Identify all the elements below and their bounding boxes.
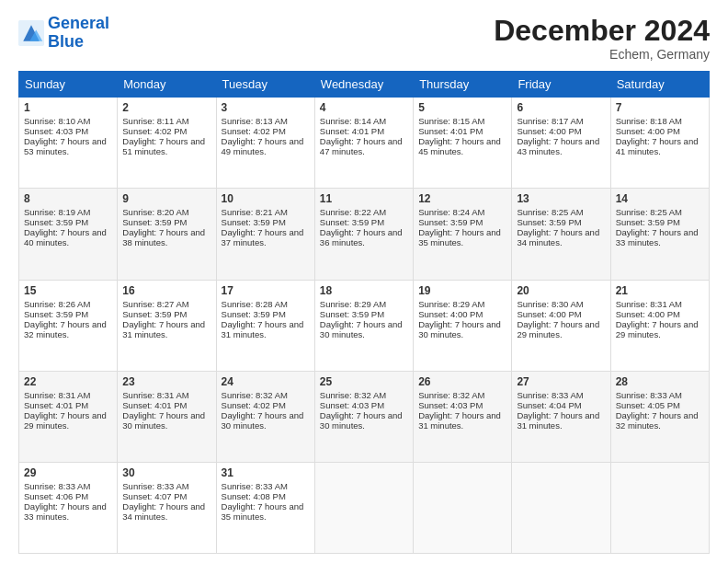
- col-tuesday: Tuesday: [216, 72, 314, 98]
- sunset-label: Sunset: 4:00 PM: [517, 126, 581, 136]
- col-sunday: Sunday: [19, 72, 118, 98]
- sunrise-label: Sunrise: 8:11 AM: [122, 116, 188, 126]
- calendar-cell: 16Sunrise: 8:27 AMSunset: 3:59 PMDayligh…: [118, 280, 216, 371]
- calendar-cell: 6Sunrise: 8:17 AMSunset: 4:00 PMDaylight…: [512, 98, 610, 189]
- sunset-label: Sunset: 4:01 PM: [122, 400, 187, 410]
- sunrise-label: Sunrise: 8:22 AM: [320, 207, 386, 217]
- daylight-label: Daylight: 7 hours and 51 minutes.: [122, 136, 205, 156]
- sunrise-label: Sunrise: 8:28 AM: [222, 299, 288, 309]
- sunrise-label: Sunrise: 8:31 AM: [24, 390, 90, 400]
- sunset-label: Sunset: 4:03 PM: [320, 400, 384, 410]
- sunrise-label: Sunrise: 8:21 AM: [222, 207, 288, 217]
- col-saturday: Saturday: [610, 72, 709, 98]
- sunrise-label: Sunrise: 8:29 AM: [418, 299, 484, 309]
- sunrise-label: Sunrise: 8:33 AM: [616, 390, 682, 400]
- day-number: 22: [24, 375, 112, 388]
- sunset-label: Sunset: 3:59 PM: [122, 217, 187, 227]
- day-number: 26: [418, 375, 506, 388]
- calendar-cell: 30Sunrise: 8:33 AMSunset: 4:07 PMDayligh…: [118, 462, 216, 553]
- sunrise-label: Sunrise: 8:25 AM: [616, 207, 682, 217]
- sunset-label: Sunset: 4:02 PM: [222, 126, 286, 136]
- title-block: December 2024 Echem, Germany: [494, 15, 710, 62]
- sunrise-label: Sunrise: 8:33 AM: [122, 481, 188, 491]
- day-number: 8: [24, 192, 112, 205]
- day-number: 7: [616, 101, 704, 114]
- sunset-label: Sunset: 4:03 PM: [418, 400, 483, 410]
- day-number: 2: [122, 101, 210, 114]
- logo-icon: [18, 20, 44, 46]
- sunset-label: Sunset: 4:00 PM: [616, 126, 680, 136]
- sunset-label: Sunset: 4:01 PM: [320, 126, 384, 136]
- daylight-label: Daylight: 7 hours and 40 minutes.: [24, 227, 107, 247]
- sunset-label: Sunset: 3:59 PM: [320, 217, 384, 227]
- calendar-cell: 5Sunrise: 8:15 AMSunset: 4:01 PMDaylight…: [414, 98, 512, 189]
- sunrise-label: Sunrise: 8:25 AM: [517, 207, 583, 217]
- day-number: 31: [222, 466, 310, 479]
- sunrise-label: Sunrise: 8:10 AM: [24, 116, 90, 126]
- calendar-cell: 26Sunrise: 8:32 AMSunset: 4:03 PMDayligh…: [414, 371, 512, 462]
- calendar-cell: 14Sunrise: 8:25 AMSunset: 3:59 PMDayligh…: [610, 189, 709, 280]
- sunset-label: Sunset: 3:59 PM: [24, 217, 88, 227]
- day-number: 14: [616, 192, 704, 205]
- calendar-cell: 8Sunrise: 8:19 AMSunset: 3:59 PMDaylight…: [19, 189, 118, 280]
- calendar-cell: 2Sunrise: 8:11 AMSunset: 4:02 PMDaylight…: [118, 98, 216, 189]
- daylight-label: Daylight: 7 hours and 49 minutes.: [222, 136, 304, 156]
- calendar-week-row: 8Sunrise: 8:19 AMSunset: 3:59 PMDaylight…: [19, 189, 710, 280]
- daylight-label: Daylight: 7 hours and 36 minutes.: [320, 227, 403, 247]
- sunrise-label: Sunrise: 8:33 AM: [517, 390, 583, 400]
- calendar-header-row: Sunday Monday Tuesday Wednesday Thursday…: [19, 72, 710, 98]
- calendar-cell: 28Sunrise: 8:33 AMSunset: 4:05 PMDayligh…: [610, 371, 709, 462]
- calendar-table: Sunday Monday Tuesday Wednesday Thursday…: [18, 71, 710, 554]
- sunrise-label: Sunrise: 8:20 AM: [122, 207, 188, 217]
- header: General Blue December 2024 Echem, German…: [18, 15, 710, 62]
- daylight-label: Daylight: 7 hours and 33 minutes.: [616, 227, 699, 247]
- page: General Blue December 2024 Echem, German…: [0, 0, 728, 563]
- sunset-label: Sunset: 4:05 PM: [616, 400, 680, 410]
- daylight-label: Daylight: 7 hours and 34 minutes.: [517, 227, 599, 247]
- sunset-label: Sunset: 4:01 PM: [24, 400, 88, 410]
- daylight-label: Daylight: 7 hours and 30 minutes.: [122, 410, 205, 431]
- calendar-cell: 23Sunrise: 8:31 AMSunset: 4:01 PMDayligh…: [118, 371, 216, 462]
- daylight-label: Daylight: 7 hours and 37 minutes.: [222, 227, 304, 247]
- day-number: 18: [320, 284, 408, 297]
- calendar-cell: 27Sunrise: 8:33 AMSunset: 4:04 PMDayligh…: [512, 371, 610, 462]
- day-number: 19: [418, 284, 506, 297]
- sunset-label: Sunset: 4:02 PM: [222, 400, 286, 410]
- col-monday: Monday: [118, 72, 216, 98]
- sunrise-label: Sunrise: 8:24 AM: [418, 207, 484, 217]
- sunset-label: Sunset: 4:00 PM: [517, 309, 581, 319]
- sunset-label: Sunset: 3:59 PM: [24, 309, 88, 319]
- day-number: 4: [320, 101, 408, 114]
- calendar-cell: 3Sunrise: 8:13 AMSunset: 4:02 PMDaylight…: [216, 98, 314, 189]
- daylight-label: Daylight: 7 hours and 31 minutes.: [222, 319, 304, 339]
- sunset-label: Sunset: 4:01 PM: [418, 126, 483, 136]
- sunrise-label: Sunrise: 8:32 AM: [222, 390, 288, 400]
- daylight-label: Daylight: 7 hours and 29 minutes.: [24, 410, 107, 431]
- sunset-label: Sunset: 3:59 PM: [320, 309, 384, 319]
- daylight-label: Daylight: 7 hours and 43 minutes.: [517, 136, 599, 156]
- calendar-cell: 31Sunrise: 8:33 AMSunset: 4:08 PMDayligh…: [216, 462, 314, 553]
- daylight-label: Daylight: 7 hours and 32 minutes.: [616, 410, 699, 431]
- sunset-label: Sunset: 4:02 PM: [122, 126, 187, 136]
- daylight-label: Daylight: 7 hours and 31 minutes.: [418, 410, 501, 431]
- calendar-cell: 10Sunrise: 8:21 AMSunset: 3:59 PMDayligh…: [216, 189, 314, 280]
- calendar-cell: 25Sunrise: 8:32 AMSunset: 4:03 PMDayligh…: [314, 371, 413, 462]
- sunrise-label: Sunrise: 8:32 AM: [320, 390, 386, 400]
- daylight-label: Daylight: 7 hours and 29 minutes.: [517, 319, 599, 339]
- calendar-cell: 1Sunrise: 8:10 AMSunset: 4:03 PMDaylight…: [19, 98, 118, 189]
- day-number: 25: [320, 375, 408, 388]
- daylight-label: Daylight: 7 hours and 30 minutes.: [320, 410, 403, 431]
- sunrise-label: Sunrise: 8:30 AM: [517, 299, 583, 309]
- sunrise-label: Sunrise: 8:13 AM: [222, 116, 288, 126]
- daylight-label: Daylight: 7 hours and 30 minutes.: [320, 319, 403, 339]
- calendar-cell: 12Sunrise: 8:24 AMSunset: 3:59 PMDayligh…: [414, 189, 512, 280]
- day-number: 20: [517, 284, 605, 297]
- calendar-cell: 11Sunrise: 8:22 AMSunset: 3:59 PMDayligh…: [314, 189, 413, 280]
- sunrise-label: Sunrise: 8:31 AM: [122, 390, 188, 400]
- calendar-cell: 7Sunrise: 8:18 AMSunset: 4:00 PMDaylight…: [610, 98, 709, 189]
- calendar-cell: [610, 462, 709, 553]
- calendar-cell: 18Sunrise: 8:29 AMSunset: 3:59 PMDayligh…: [314, 280, 413, 371]
- daylight-label: Daylight: 7 hours and 33 minutes.: [24, 501, 107, 522]
- calendar-week-row: 22Sunrise: 8:31 AMSunset: 4:01 PMDayligh…: [19, 371, 710, 462]
- col-wednesday: Wednesday: [314, 72, 413, 98]
